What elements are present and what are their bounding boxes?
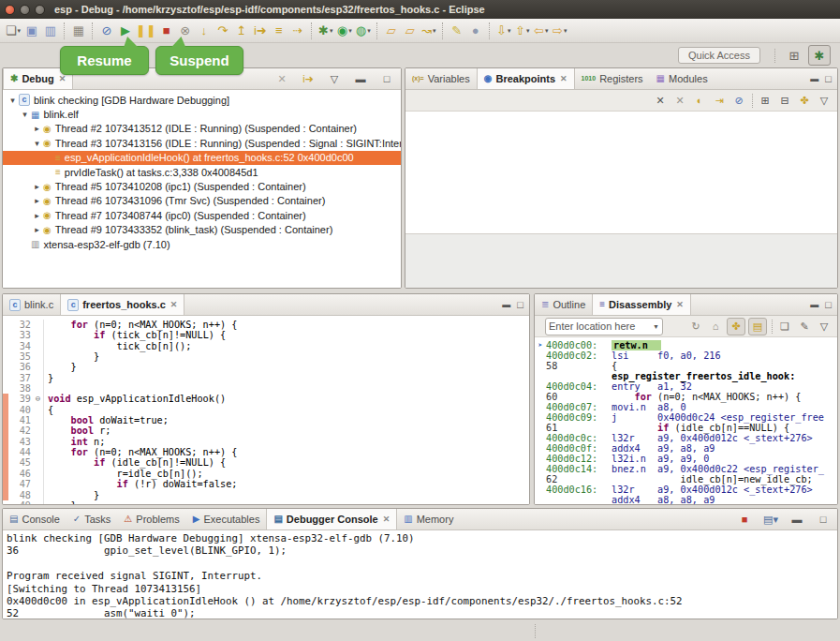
debug-tree-row[interactable]: ▾cblink checking [GDB Hardware Debugging… bbox=[3, 93, 401, 107]
tab-modules[interactable]: ▦Modules bbox=[650, 68, 715, 89]
dropdown-arrow-icon[interactable]: ▾ bbox=[433, 27, 436, 35]
minimize-view-icon[interactable]: ▬ bbox=[502, 300, 510, 309]
minimize-icon[interactable]: ▬ bbox=[352, 71, 369, 87]
view-menu-icon[interactable]: ▽ bbox=[816, 93, 833, 109]
quick-access-button[interactable]: Quick Access bbox=[678, 47, 760, 64]
editor-code-line[interactable]: 44 for (n=0; n<MAX_HOOKS; n++) { bbox=[3, 447, 529, 457]
step-over-icon[interactable]: ↷ bbox=[214, 22, 231, 40]
disassembly-line[interactable]: 400d0c02:lsi f0, a0, 216 bbox=[535, 350, 837, 361]
code-editor[interactable]: 32 for (n=0; n<MAX_HOOKS; n++) {33 if (t… bbox=[3, 316, 529, 504]
last-edit-location-icon[interactable]: ↝▾ bbox=[420, 22, 437, 40]
location-combo[interactable]: Enter location here ▼ bbox=[545, 318, 663, 335]
tab-outline[interactable]: ≣Outline bbox=[535, 294, 592, 315]
editor-code-line[interactable]: 40{ bbox=[3, 405, 529, 415]
window-maximize-button[interactable] bbox=[35, 5, 45, 15]
breakpoints-detail-pane[interactable] bbox=[405, 233, 837, 288]
tab-problems[interactable]: ⚠Problems bbox=[117, 509, 185, 529]
disassembly-line[interactable]: 62 idle_cb[n]=new_idle_cb; bbox=[535, 474, 837, 484]
editor-code-line[interactable]: 34 tick_cb[n](); bbox=[3, 341, 529, 351]
disassembly-line[interactable]: esp_register_freertos_idle_hook: bbox=[535, 371, 837, 381]
debug-icon[interactable]: ✱▾ bbox=[317, 22, 334, 40]
editor-code-line[interactable]: 33 if (tick_cb[n]!=NULL) { bbox=[3, 330, 529, 340]
window-minimize-button[interactable] bbox=[20, 5, 30, 15]
pin-view-icon[interactable]: ✎ bbox=[796, 319, 813, 335]
tree-collapse-icon[interactable]: ▾ bbox=[31, 139, 43, 148]
tree-collapse-icon[interactable]: ▾ bbox=[19, 110, 31, 119]
sync-with-stack-icon[interactable]: ✤ bbox=[727, 318, 745, 335]
maximize-view-icon[interactable]: □ bbox=[517, 299, 523, 310]
show-breakpoints-supported-icon[interactable]: ◐ bbox=[691, 93, 708, 109]
tab-close-icon[interactable]: ✕ bbox=[560, 74, 567, 83]
tab-executables[interactable]: ▶Executables bbox=[186, 509, 267, 529]
tab-disassembly[interactable]: ≡Disassembly✕ bbox=[592, 294, 691, 315]
tab-variables[interactable]: (x)=Variables bbox=[405, 68, 477, 89]
tab-tasks[interactable]: ✓Tasks bbox=[66, 509, 118, 529]
disassembly-line[interactable]: 400d0c0c:l32r a9, 0x400d012c <_stext+276… bbox=[535, 433, 837, 443]
disassembly-line[interactable]: 400d0c12:l32i.n a9, a9, 0 bbox=[535, 454, 837, 464]
editor-code-line[interactable]: 49 } bbox=[3, 500, 529, 504]
dropdown-arrow-icon[interactable]: ▾ bbox=[348, 27, 352, 35]
minimize-view-icon[interactable]: ▬ bbox=[810, 74, 818, 83]
console-output[interactable]: blink checking [GDB Hardware Debugging] … bbox=[3, 530, 837, 619]
profile-icon[interactable]: ◍▾ bbox=[355, 22, 372, 40]
dropdown-arrow-icon[interactable]: ▾ bbox=[330, 27, 333, 35]
group-by-icon[interactable]: ✤ bbox=[796, 93, 813, 109]
skip-all-breakpoints-icon[interactable]: ⊘ bbox=[730, 93, 747, 109]
disassembly-line[interactable]: 58{ bbox=[535, 361, 837, 371]
debug-tree-row[interactable]: ▸◉Thread #6 1073431096 (Tmr Svc) (Suspen… bbox=[3, 194, 401, 208]
maximize-icon[interactable]: □ bbox=[815, 512, 832, 528]
tree-collapse-icon[interactable]: ▾ bbox=[7, 96, 19, 105]
debug-tree-row[interactable]: ▸◉Thread #7 1073408744 (ipc0) (Suspended… bbox=[3, 208, 401, 222]
disassembly-line[interactable]: 400d0c0f:addx4 a9, a8, a9 bbox=[535, 443, 837, 454]
dropdown-arrow-icon[interactable]: ▾ bbox=[773, 514, 778, 526]
save-icon[interactable]: ▣ bbox=[23, 22, 40, 40]
editor-code-line[interactable]: 32 for (n=0; n<MAX_HOOKS; n++) { bbox=[3, 320, 529, 330]
next-annotation-icon[interactable]: ⇩▾ bbox=[495, 22, 512, 40]
debug-perspective-icon[interactable]: ✱ bbox=[808, 45, 831, 66]
minimize-icon[interactable]: ▬ bbox=[788, 512, 805, 528]
terminate-icon[interactable]: ■ bbox=[736, 512, 753, 528]
collapse-all-icon[interactable]: ⊟ bbox=[776, 93, 793, 109]
maximize-icon[interactable]: □ bbox=[378, 71, 395, 87]
editor-code-line[interactable]: 42 bool r; bbox=[3, 425, 529, 436]
open-new-view-icon[interactable]: ❏ bbox=[776, 319, 793, 335]
tree-expand-icon[interactable]: ▸ bbox=[31, 182, 43, 191]
editor-code-line[interactable]: 39⊖void esp_vApplicationIdleHook() bbox=[3, 394, 529, 404]
open-perspective-icon[interactable]: ⊞ bbox=[784, 46, 804, 65]
disassembly-content[interactable]: ➤400d0c00:retw.n400d0c02:lsi f0, a0, 216… bbox=[535, 337, 837, 504]
debug-tree-row[interactable]: ▥xtensa-esp32-elf-gdb (7.10) bbox=[3, 237, 401, 251]
disassembly-line[interactable]: 400d0c07:movi.n a8, 0 bbox=[535, 402, 837, 412]
debug-tree-row[interactable]: ▾▦blink.elf bbox=[3, 107, 401, 121]
dropdown-arrow-icon[interactable]: ▾ bbox=[564, 27, 567, 35]
editor-code-line[interactable]: 36 } bbox=[3, 362, 529, 372]
debug-tree-row-selected[interactable]: ≡esp_vApplicationIdleHook() at freertos_… bbox=[3, 151, 401, 165]
editor-code-line[interactable]: 35 } bbox=[3, 351, 529, 362]
open-folder-icon[interactable]: ▱ bbox=[383, 22, 400, 40]
step-into-icon[interactable]: ↓ bbox=[196, 22, 213, 40]
use-step-filters-icon[interactable]: ⇢ bbox=[289, 22, 306, 40]
show-console-list-icon[interactable]: ≡ bbox=[271, 22, 287, 40]
disassembly-line[interactable]: 400d0c16:l32r a9, 0x400d012c <_stext+276… bbox=[535, 484, 837, 495]
tab-debug-close-icon[interactable]: ✕ bbox=[59, 74, 66, 83]
editor-code-line[interactable]: 45 if (idle_cb[n]!=NULL) { bbox=[3, 457, 529, 468]
suspend-icon[interactable]: ❚❚ bbox=[136, 22, 156, 40]
show-source-icon[interactable]: ▤ bbox=[748, 318, 767, 335]
refresh-icon[interactable]: ↻ bbox=[687, 319, 704, 335]
go-to-file-for-breakpoint-icon[interactable]: ⇥ bbox=[711, 93, 728, 109]
tab-breakpoints[interactable]: ◉Breakpoints✕ bbox=[477, 68, 575, 89]
tab-close-icon[interactable]: ✕ bbox=[170, 300, 178, 309]
forward-history-icon[interactable]: ⇨▾ bbox=[552, 22, 568, 40]
editor-code-line[interactable]: 46 r=idle_cb[n](); bbox=[3, 469, 529, 479]
disassembly-line[interactable]: 400d0c04:entry a1, 32 bbox=[535, 381, 837, 392]
build-icon[interactable]: ▦ bbox=[70, 22, 87, 40]
tab-freertos_hooks.c[interactable]: cfreertos_hooks.c✕ bbox=[60, 294, 184, 315]
tab-debugger-console[interactable]: ▤Debugger Console✕ bbox=[266, 509, 397, 529]
tab-blink.c[interactable]: cblink.c bbox=[3, 294, 60, 315]
disassembly-line[interactable]: 400d0c14:bnez.n a9, 0x400d0c22 <esp_regi… bbox=[535, 464, 837, 474]
debug-tree-row[interactable]: ▸◉Thread #2 1073413512 (IDLE : Running) … bbox=[3, 122, 401, 136]
view-menu-icon[interactable]: ▽ bbox=[816, 319, 833, 335]
instruction-stepping-mode-icon[interactable]: i➜ bbox=[300, 71, 317, 87]
editor-code-line[interactable]: 43 int n; bbox=[3, 437, 529, 447]
tab-console[interactable]: ▤Console bbox=[3, 509, 66, 529]
tree-expand-icon[interactable]: ▸ bbox=[31, 225, 43, 234]
